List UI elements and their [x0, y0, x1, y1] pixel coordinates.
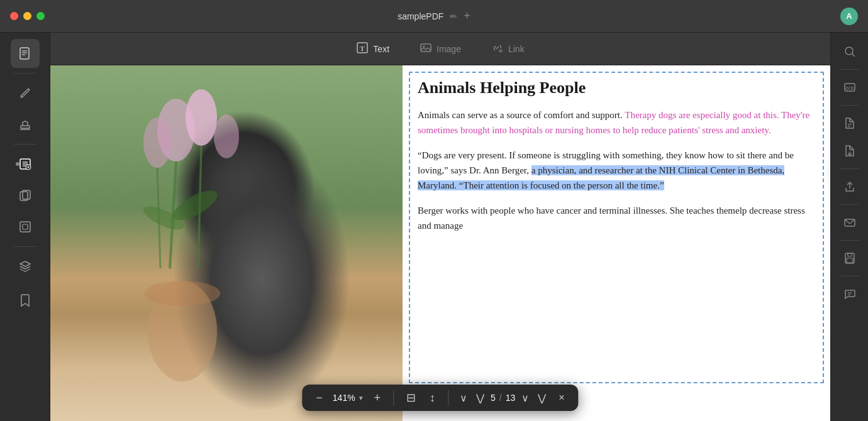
- pdf-text-panel[interactable]: Animals Helping People Animals can serve…: [403, 65, 830, 421]
- next-page-fast-button[interactable]: ⋁: [535, 391, 548, 405]
- sidebar-icon-layers[interactable]: [11, 252, 40, 281]
- document-title: samplePDF: [398, 11, 443, 21]
- svg-text:DCR: DCR: [845, 86, 854, 91]
- text-icon: T: [356, 41, 369, 57]
- svg-point-37: [845, 47, 853, 55]
- sidebar-icon-stamp[interactable]: [11, 110, 40, 139]
- image-tool-button[interactable]: Image: [404, 36, 476, 62]
- pdf-image-panel: [50, 65, 403, 421]
- total-pages: 13: [506, 393, 516, 403]
- zoom-percent: 141%: [333, 393, 355, 403]
- svg-text:T: T: [360, 45, 365, 52]
- right-icon-share[interactable]: [837, 174, 862, 199]
- link-tool-button[interactable]: Link: [476, 36, 540, 62]
- right-icon-export-pdf[interactable]: [837, 138, 862, 163]
- top-toolbar: T Text Image: [50, 33, 830, 65]
- right-icon-search[interactable]: [837, 39, 862, 64]
- right-icon-comments[interactable]: [837, 282, 862, 307]
- right-divider-5: [840, 240, 859, 241]
- right-divider-2: [840, 105, 859, 106]
- right-icon-ocr[interactable]: DCR: [837, 75, 862, 100]
- svg-rect-5: [21, 126, 30, 128]
- right-divider-4: [840, 204, 859, 205]
- close-toolbar-button[interactable]: ×: [555, 391, 568, 405]
- svg-rect-0: [20, 48, 29, 59]
- bottom-toolbar: − 141% ▼ + ⊟ ↕ ∨ ⋁ 5 / 13 ∨ ⋁: [302, 385, 578, 411]
- content-area: T Text Image: [50, 33, 830, 421]
- svg-rect-16: [20, 222, 30, 232]
- svg-point-22: [498, 48, 504, 54]
- right-icon-save[interactable]: [837, 246, 862, 271]
- right-divider-6: [840, 276, 859, 276]
- svg-rect-17: [23, 224, 28, 229]
- text-selection-border: [409, 72, 824, 383]
- sidebar-icon-annotate[interactable]: [11, 79, 40, 107]
- image-icon: [420, 41, 432, 57]
- zoom-out-button[interactable]: −: [312, 390, 326, 406]
- add-tab-icon[interactable]: +: [464, 9, 470, 23]
- active-dot: [16, 162, 19, 166]
- left-sidebar: [0, 33, 50, 421]
- fit-width-button[interactable]: ↕: [426, 390, 439, 406]
- bottom-divider-2: [448, 390, 448, 405]
- page-navigation: ∨ ⋁ 5 / 13 ∨ ⋁: [457, 391, 548, 405]
- sidebar-divider-1: [14, 73, 36, 74]
- sidebar-icon-edit[interactable]: [11, 150, 40, 178]
- sidebar-divider-2: [14, 144, 36, 145]
- sidebar-icon-pages[interactable]: [11, 39, 40, 68]
- title-area: samplePDF ✏ +: [398, 9, 470, 23]
- sidebar-icon-frame[interactable]: [11, 212, 40, 241]
- sidebar-icon-duplicate[interactable]: [11, 181, 40, 210]
- svg-line-38: [852, 54, 855, 57]
- current-page[interactable]: 5: [491, 393, 496, 403]
- prev-page-fast-button[interactable]: ⋁: [474, 391, 487, 405]
- link-tool-label: Link: [508, 44, 525, 54]
- image-tool-label: Image: [437, 44, 461, 54]
- pdf-area: Animals Helping People Animals can serve…: [50, 65, 830, 421]
- link-icon: [491, 41, 504, 57]
- svg-point-21: [423, 45, 425, 47]
- zoom-dropdown-arrow[interactable]: ▼: [358, 395, 364, 402]
- right-divider-1: [840, 69, 859, 70]
- minimize-button[interactable]: [23, 12, 31, 20]
- close-button[interactable]: [10, 12, 18, 20]
- bottom-divider-1: [393, 390, 394, 405]
- zoom-in-button[interactable]: +: [370, 390, 385, 406]
- traffic-lights: [10, 12, 45, 20]
- cat-image: [50, 65, 403, 421]
- svg-rect-20: [421, 44, 431, 52]
- text-tool-label: Text: [373, 44, 389, 54]
- maximize-button[interactable]: [36, 12, 45, 20]
- right-sidebar: DCR: [830, 33, 868, 421]
- fit-page-button[interactable]: ⊟: [403, 390, 420, 406]
- avatar[interactable]: A: [840, 8, 858, 25]
- svg-rect-47: [847, 258, 853, 263]
- text-tool-button[interactable]: T Text: [341, 36, 404, 62]
- right-divider-3: [840, 168, 859, 169]
- next-page-button[interactable]: ∨: [519, 391, 531, 405]
- page-slash: /: [499, 393, 502, 403]
- sidebar-divider-3: [14, 246, 36, 247]
- main-layout: T Text Image: [0, 33, 868, 421]
- edit-title-icon[interactable]: ✏: [450, 11, 457, 21]
- titlebar: samplePDF ✏ + A: [0, 0, 868, 33]
- zoom-level-display: 141% ▼: [333, 393, 364, 403]
- prev-page-button[interactable]: ∨: [457, 391, 470, 405]
- right-icon-mail[interactable]: [837, 210, 862, 235]
- sidebar-icon-bookmark[interactable]: [11, 286, 40, 315]
- right-icon-scan[interactable]: [837, 111, 862, 136]
